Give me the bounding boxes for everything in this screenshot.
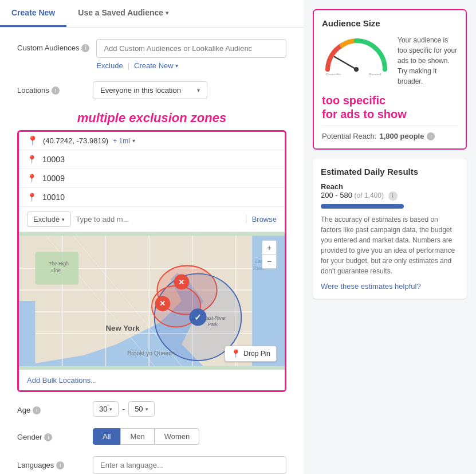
- results-description: The accuracy of estimates is based on fa…: [321, 214, 459, 276]
- form-body: Custom Audiences i Exclude | Create New …: [0, 28, 304, 474]
- exclude-type-row: Exclude ▾ Browse: [19, 207, 285, 232]
- browse-button[interactable]: Browse: [246, 215, 277, 224]
- too-specific-label: too specificfor ads to show: [322, 93, 458, 121]
- zip-list: 📍 10003 📍 10009 📍 10010: [19, 150, 285, 207]
- tab-create-new[interactable]: Create New: [0, 0, 66, 27]
- gender-info-icon[interactable]: i: [44, 433, 52, 441]
- svg-text:BrookLyn Queens: BrookLyn Queens: [127, 350, 175, 357]
- gender-buttons: All Men Women: [93, 428, 286, 445]
- locations-row: Locations i Everyone in this location ▾: [17, 81, 286, 99]
- svg-text:The High: The High: [49, 261, 69, 267]
- custom-audiences-info-icon[interactable]: i: [81, 44, 89, 52]
- locations-info-icon[interactable]: i: [52, 87, 60, 95]
- reach-info-icon[interactable]: i: [388, 191, 398, 201]
- estimated-results-card: Estimated Daily Results Reach 200 - 580 …: [313, 159, 467, 299]
- gauge-chart: Specific Broad: [322, 35, 391, 77]
- zip-row-1: 📍 10003: [19, 150, 285, 169]
- blue-pin-icon: 📍: [27, 135, 38, 146]
- zip-value-3: 10010: [42, 193, 65, 202]
- svg-text:Broad: Broad: [369, 72, 381, 75]
- svg-text:✕: ✕: [178, 278, 184, 287]
- plus-1mi-label: + 1mi: [113, 137, 130, 145]
- tab-bar: Create New Use a Saved Audience ▾: [0, 0, 304, 28]
- type-to-add-input[interactable]: [76, 215, 241, 224]
- svg-text:East-River: East-River: [203, 315, 226, 321]
- age-label: Age i: [17, 401, 86, 414]
- languages-info-icon[interactable]: i: [56, 461, 64, 469]
- svg-text:New York: New York: [106, 324, 140, 332]
- estimated-results-title: Estimated Daily Results: [321, 167, 459, 177]
- svg-point-38: [354, 67, 359, 72]
- reach-bar: [321, 204, 404, 209]
- gender-content: All Men Women: [93, 428, 286, 445]
- svg-text:Park: Park: [208, 322, 218, 328]
- gender-all-button[interactable]: All: [93, 428, 120, 445]
- zoom-in-button[interactable]: +: [262, 241, 276, 254]
- languages-content: [93, 456, 286, 474]
- custom-audiences-input[interactable]: [96, 39, 286, 58]
- map-area[interactable]: The High Line East River: [19, 232, 285, 370]
- add-bulk-link[interactable]: Add Bulk Locations...: [27, 376, 97, 385]
- audience-size-title: Audience Size: [322, 18, 458, 28]
- pin-coordinates: (40.7242, -73.9819): [43, 136, 108, 145]
- exclusion-zones-label: multiple exclusion zones: [17, 111, 286, 126]
- age-from-dropdown[interactable]: 30 ▾: [93, 401, 119, 417]
- chevron-down-icon: ▾: [166, 10, 168, 16]
- drop-pin-button[interactable]: 📍 Drop Pin: [225, 346, 277, 362]
- chevron-down-icon-small: ▾: [175, 62, 178, 69]
- gender-label: Gender i: [17, 428, 86, 441]
- locations-dropdown[interactable]: Everyone in this location ▾: [93, 81, 207, 99]
- location-box: 📍 (40.7242, -73.9819) + 1mi ▾ 📍 10003 📍: [17, 130, 286, 392]
- svg-text:✕: ✕: [159, 299, 166, 308]
- languages-input[interactable]: [93, 456, 286, 474]
- chevron-down-age-to: ▾: [145, 406, 148, 412]
- zip-row-2: 📍 10009: [19, 169, 285, 188]
- chevron-down-icon-location: ▾: [197, 87, 200, 93]
- exclude-link[interactable]: Exclude: [96, 61, 123, 70]
- zoom-out-button[interactable]: −: [262, 254, 276, 268]
- chevron-down-age-from: ▾: [109, 406, 112, 412]
- right-panel: Audience Size Specifi: [304, 0, 476, 474]
- add-bulk-section: Add Bulk Locations...: [19, 370, 285, 390]
- zip-pin-icon-3: 📍: [27, 193, 37, 202]
- gauge-area: Specific Broad Your audience is too spec…: [322, 35, 458, 87]
- age-info-icon[interactable]: i: [33, 406, 41, 414]
- tab-use-saved[interactable]: Use a Saved Audience ▾: [66, 0, 180, 27]
- pin-coords-row: 📍 (40.7242, -73.9819) + 1mi ▾: [19, 132, 285, 150]
- age-select: 30 ▾ - 50 ▾: [93, 401, 286, 417]
- zip-row-3: 📍 10010: [19, 188, 285, 207]
- helpful-link[interactable]: Were these estimates helpful?: [321, 282, 459, 291]
- svg-rect-20: [19, 301, 35, 366]
- potential-reach: Potential Reach: 1,800 people i: [322, 126, 458, 140]
- exclude-button[interactable]: Exclude ▾: [27, 211, 71, 227]
- reach-label: Reach: [321, 182, 459, 191]
- audiences-links: Exclude | Create New ▾: [96, 61, 286, 70]
- age-to-dropdown[interactable]: 50 ▾: [128, 401, 154, 417]
- gender-women-button[interactable]: Women: [155, 428, 200, 445]
- gender-men-button[interactable]: Men: [120, 428, 154, 445]
- zip-pin-icon-1: 📍: [27, 155, 37, 164]
- age-content: 30 ▾ - 50 ▾: [93, 401, 286, 417]
- locations-label: Locations i: [17, 81, 86, 95]
- reach-numbers: 200 - 580 (of 1,400) i: [321, 191, 459, 201]
- svg-line-37: [335, 57, 356, 69]
- languages-row: Languages i: [17, 456, 286, 474]
- locations-content: Everyone in this location ▾: [93, 81, 286, 99]
- zip-value-2: 10009: [42, 174, 65, 183]
- zip-pin-icon-2: 📍: [27, 174, 37, 183]
- custom-audiences-content: Exclude | Create New ▾: [96, 39, 286, 70]
- drop-pin-icon: 📍: [231, 349, 241, 358]
- create-new-link[interactable]: Create New ▾: [134, 61, 178, 70]
- gender-row: Gender i All Men Women: [17, 428, 286, 445]
- svg-text:Specific: Specific: [325, 72, 341, 75]
- languages-label: Languages i: [17, 456, 86, 469]
- audience-size-card: Audience Size Specifi: [313, 9, 467, 150]
- map-controls: + −: [262, 240, 277, 269]
- chevron-down-coords: ▾: [132, 138, 135, 144]
- svg-text:✓: ✓: [194, 312, 202, 322]
- potential-reach-info-icon[interactable]: i: [427, 132, 435, 140]
- custom-audiences-row: Custom Audiences i Exclude | Create New …: [17, 39, 286, 70]
- location-section: multiple exclusion zones 📍 (40.7242, -73…: [17, 111, 286, 392]
- age-row: Age i 30 ▾ - 50 ▾: [17, 401, 286, 417]
- zip-value-1: 10003: [42, 155, 65, 164]
